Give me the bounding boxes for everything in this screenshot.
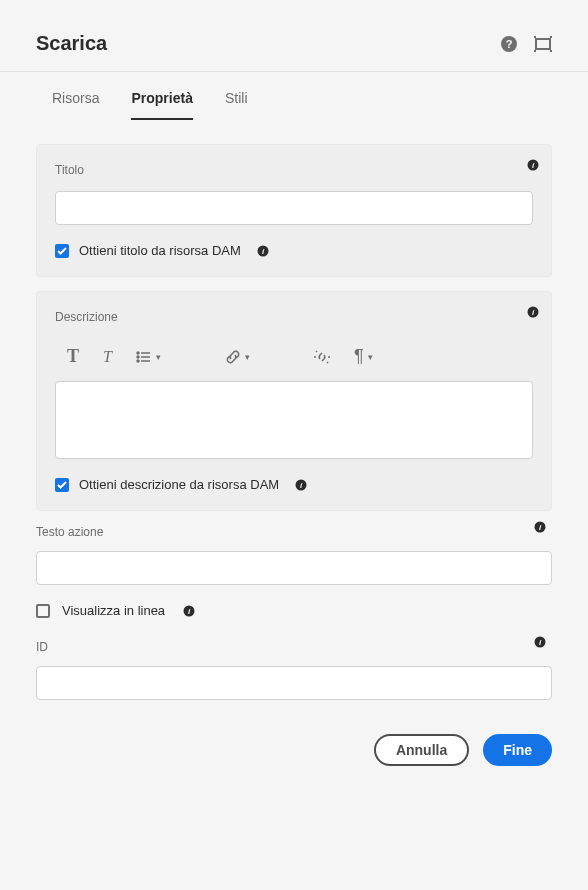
svg-point-13 bbox=[137, 356, 139, 358]
dialog-header: Scarica ? bbox=[0, 0, 588, 72]
descrizione-label: Descrizione bbox=[55, 310, 533, 324]
tab-stili[interactable]: Stili bbox=[225, 90, 248, 120]
info-icon[interactable]: i bbox=[183, 605, 195, 617]
titolo-input[interactable] bbox=[55, 191, 533, 225]
help-icon[interactable]: ? bbox=[500, 35, 518, 53]
info-icon[interactable]: i bbox=[534, 634, 546, 646]
svg-point-14 bbox=[137, 360, 139, 362]
done-button[interactable]: Fine bbox=[483, 734, 552, 766]
rte-link-icon[interactable]: ▾ bbox=[225, 349, 250, 365]
testo-azione-label: Testo azione bbox=[36, 525, 552, 539]
checkbox-visualizza-in-linea[interactable] bbox=[36, 604, 50, 618]
id-input[interactable] bbox=[36, 666, 552, 700]
section-titolo: i Titolo Ottieni titolo da risorsa DAM i bbox=[36, 144, 552, 277]
rte-bold-icon[interactable]: T bbox=[67, 346, 79, 367]
svg-rect-2 bbox=[536, 39, 550, 49]
dialog-title: Scarica bbox=[36, 32, 107, 55]
section-descrizione: i Descrizione T T ▾ ▾ ¶▾ Ottieni descriz… bbox=[36, 291, 552, 511]
fullscreen-icon[interactable] bbox=[534, 35, 552, 53]
id-label: ID bbox=[36, 640, 552, 654]
dialog-footer: Annulla Fine bbox=[0, 716, 588, 784]
info-icon[interactable]: i bbox=[534, 519, 546, 531]
checkbox-visualizza-in-linea-label: Visualizza in linea bbox=[62, 603, 165, 618]
rte-toolbar: T T ▾ ▾ ¶▾ bbox=[55, 338, 533, 371]
svg-point-12 bbox=[137, 352, 139, 354]
rte-italic-icon[interactable]: T bbox=[103, 348, 112, 366]
checkbox-titolo-dam-label: Ottieni titolo da risorsa DAM bbox=[79, 243, 241, 258]
svg-text:?: ? bbox=[506, 38, 513, 50]
cancel-button[interactable]: Annulla bbox=[374, 734, 469, 766]
tabs: Risorsa Proprietà Stili bbox=[0, 72, 588, 120]
testo-azione-input[interactable] bbox=[36, 551, 552, 585]
info-icon[interactable]: i bbox=[257, 245, 269, 257]
field-id: i ID bbox=[36, 640, 552, 700]
tab-risorsa[interactable]: Risorsa bbox=[52, 90, 99, 120]
titolo-label: Titolo bbox=[55, 163, 533, 177]
checkbox-descrizione-dam[interactable] bbox=[55, 478, 69, 492]
info-icon[interactable]: i bbox=[527, 157, 539, 169]
rte-list-icon[interactable]: ▾ bbox=[136, 349, 161, 365]
checkbox-descrizione-dam-label: Ottieni descrizione da risorsa DAM bbox=[79, 477, 279, 492]
tab-proprieta[interactable]: Proprietà bbox=[131, 90, 192, 120]
descrizione-input[interactable] bbox=[55, 381, 533, 459]
field-testo-azione: i Testo azione bbox=[36, 525, 552, 585]
info-icon[interactable]: i bbox=[527, 304, 539, 316]
rte-paragraph-icon[interactable]: ¶▾ bbox=[354, 346, 373, 367]
checkbox-titolo-dam[interactable] bbox=[55, 244, 69, 258]
rte-unlink-icon[interactable] bbox=[314, 349, 330, 365]
info-icon[interactable]: i bbox=[295, 479, 307, 491]
